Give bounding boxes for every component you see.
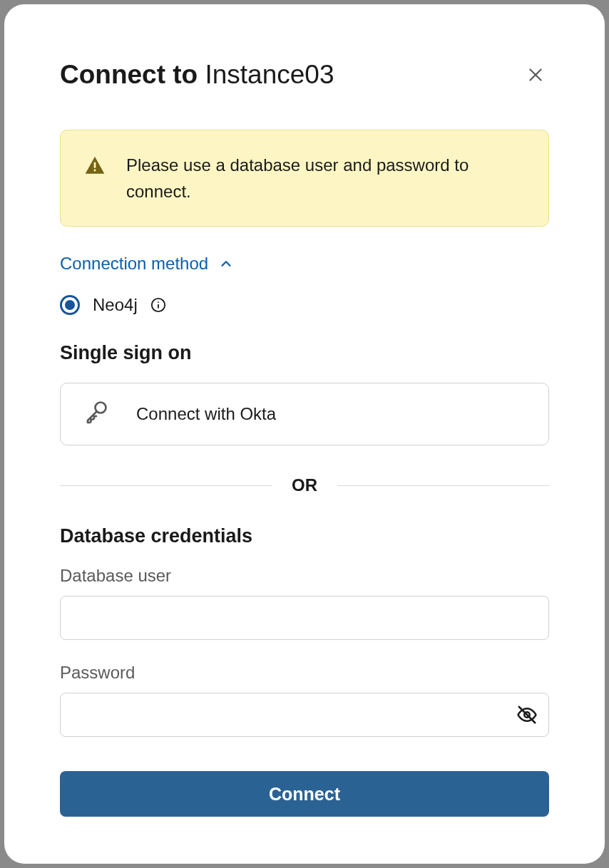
divider-text: OR bbox=[292, 475, 317, 495]
chevron-up-icon bbox=[218, 256, 234, 272]
key-icon bbox=[83, 399, 109, 429]
modal-title: Connect to Instance03 bbox=[60, 60, 334, 90]
password-label: Password bbox=[60, 663, 549, 683]
divider-line-left bbox=[60, 485, 272, 486]
credentials-heading: Database credentials bbox=[60, 525, 549, 547]
radio-label-neo4j: Neo4j bbox=[93, 295, 138, 315]
divider-line-right bbox=[337, 485, 549, 486]
database-user-label: Database user bbox=[60, 566, 549, 586]
connection-method-option-neo4j[interactable]: Neo4j bbox=[60, 295, 549, 315]
svg-point-6 bbox=[158, 301, 159, 303]
title-prefix: Connect to bbox=[60, 60, 205, 89]
radio-button[interactable] bbox=[60, 295, 80, 315]
svg-rect-3 bbox=[94, 170, 96, 172]
warning-alert: Please use a database user and password … bbox=[60, 130, 549, 227]
connection-method-label: Connection method bbox=[60, 254, 208, 274]
sso-button-label: Connect with Okta bbox=[136, 404, 276, 424]
sso-heading: Single sign on bbox=[60, 342, 549, 364]
connect-button[interactable]: Connect bbox=[60, 771, 549, 817]
radio-selected-dot bbox=[65, 300, 75, 310]
alert-message: Please use a database user and password … bbox=[126, 152, 526, 205]
connect-button-label: Connect bbox=[269, 784, 340, 804]
modal-header: Connect to Instance03 bbox=[60, 60, 549, 90]
database-user-input[interactable] bbox=[60, 596, 549, 640]
svg-rect-2 bbox=[94, 162, 96, 168]
close-button[interactable] bbox=[522, 61, 549, 88]
password-input[interactable] bbox=[60, 693, 549, 737]
title-instance: Instance03 bbox=[205, 60, 334, 89]
divider: OR bbox=[60, 475, 549, 495]
eye-off-icon bbox=[516, 704, 538, 725]
connection-method-toggle[interactable]: Connection method bbox=[60, 254, 549, 274]
toggle-password-visibility-button[interactable] bbox=[516, 704, 538, 725]
info-icon[interactable] bbox=[150, 297, 166, 313]
connect-modal: Connect to Instance03 Please use a datab… bbox=[4, 4, 605, 864]
warning-icon bbox=[83, 155, 106, 180]
connect-with-okta-button[interactable]: Connect with Okta bbox=[60, 383, 549, 445]
close-icon bbox=[526, 66, 545, 84]
password-field-wrap bbox=[60, 693, 549, 737]
